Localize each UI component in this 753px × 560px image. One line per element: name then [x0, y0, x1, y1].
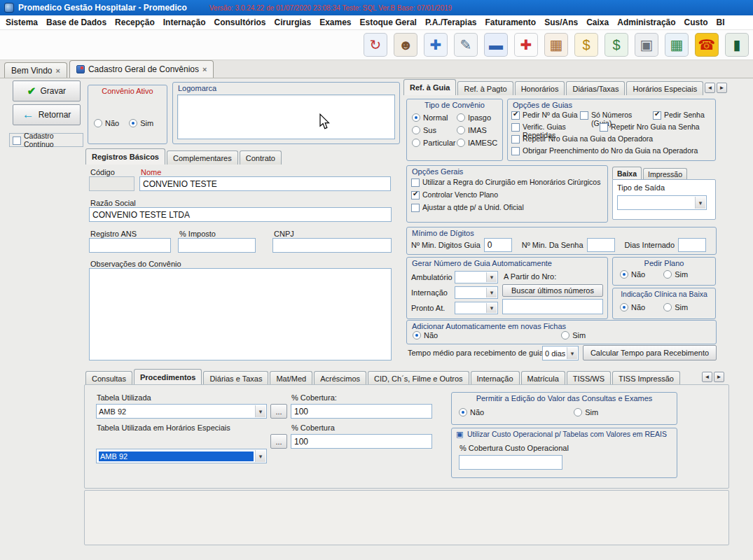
manual-book-icon[interactable]: ▮ [725, 33, 749, 57]
menu-item[interactable]: Sus/Ans [540, 18, 582, 27]
bottom-tab[interactable]: Matrícula [521, 371, 565, 385]
bottom-tab[interactable]: Internação [471, 371, 520, 385]
registro-tab[interactable]: Registros Básicos [85, 148, 165, 164]
return-button[interactable]: ← Retornar [13, 104, 81, 125]
ref-tab[interactable]: Ref. à Pagto [457, 81, 513, 95]
radio-option[interactable]: Sim [129, 119, 153, 127]
tab-scroll-left-button[interactable]: ◄ [705, 83, 715, 93]
bottom-tab[interactable]: Acréscimos [314, 371, 366, 385]
imposto-input[interactable] [178, 238, 256, 253]
radio-option[interactable]: Sim [663, 303, 688, 312]
radio-option[interactable]: IMAS [457, 126, 502, 134]
nome-input[interactable] [139, 176, 391, 191]
cnpj-input[interactable] [272, 238, 392, 253]
tabela-especiais-browse-button[interactable]: ... [270, 434, 287, 449]
baixa-tab[interactable]: Impressão [643, 168, 687, 179]
bottom-tab[interactable]: TISS/WS [567, 371, 611, 385]
menu-item[interactable]: Exames [315, 18, 355, 27]
razao-social-input[interactable] [89, 207, 392, 222]
buscar-ultimos-numeros-button[interactable]: Buscar últimos números [502, 284, 603, 297]
radio-option[interactable]: Particular [412, 139, 457, 147]
tabela-utilizada-combo[interactable]: AMB 92 [96, 404, 267, 419]
bottom-tab[interactable]: TISS Impressão [612, 371, 680, 385]
continuous-registration-checkbox[interactable] [13, 136, 21, 145]
integration-sync-icon[interactable]: ↻ [364, 33, 387, 57]
radio-option[interactable]: Sim [561, 331, 586, 340]
checkbox-option[interactable]: Repetir Nro Guia na Guia da Operadora [511, 134, 712, 146]
baixa-tab[interactable]: Baixa [612, 167, 642, 179]
safe-vault-icon[interactable]: ▣ [635, 33, 658, 57]
checkbox-option[interactable]: Utilizar a Regra do Cirurgião em Honorár… [411, 178, 600, 187]
checkbox-icon[interactable]: ▣ [456, 430, 463, 439]
radio-option[interactable]: Ipasgo [457, 113, 502, 122]
menu-item[interactable]: P.A./Terapias [421, 18, 481, 27]
codigo-input[interactable] [89, 176, 134, 191]
ambulance-icon[interactable]: ✚ [514, 33, 538, 57]
tab-scroll-right-button[interactable]: ► [717, 83, 727, 93]
bottom-tab-scroll-left-button[interactable]: ◄ [702, 372, 712, 382]
tipo-saida-combo[interactable] [617, 195, 707, 210]
checkbox-option[interactable]: Pedir Nº da Guia [511, 111, 580, 122]
registro-tab[interactable]: Contrato [240, 150, 282, 164]
checkbox-option[interactable]: Controlar Vencto Plano [411, 190, 600, 200]
phone-icon[interactable]: ☎ [695, 33, 719, 57]
checkbox-option[interactable]: Pedir Senha [653, 111, 712, 122]
field-input[interactable] [587, 238, 615, 252]
close-icon[interactable]: × [202, 65, 207, 74]
bottom-tab[interactable]: Diárias e Taxas [203, 371, 268, 385]
checkbox-option[interactable]: Só Números (Guia) [580, 111, 653, 122]
calcular-tempo-button[interactable]: Calcular Tempo para Recebimento [583, 345, 717, 360]
radio-option[interactable]: Sim [663, 270, 688, 279]
bottom-tab[interactable]: Procedimentos [134, 369, 202, 385]
reception-people-icon[interactable]: ☻ [394, 33, 417, 57]
checkbox-option[interactable]: Verific. Guias Repetidas [511, 122, 600, 134]
radio-option[interactable]: Sus [412, 126, 457, 134]
doctor-icon[interactable]: ✚ [424, 33, 448, 57]
observacoes-textarea[interactable] [89, 268, 392, 360]
save-button[interactable]: ✔ Gravar [13, 80, 81, 102]
continuous-registration-toggle[interactable]: Cadastro Contínuo [9, 133, 83, 147]
radio-option[interactable]: Normal [412, 113, 457, 122]
menu-item[interactable]: Custo [680, 18, 712, 27]
registro-tab[interactable]: Complementares [167, 150, 238, 164]
tempo-medio-combo[interactable]: 0 dias [542, 346, 579, 360]
registro-ans-input[interactable] [89, 238, 171, 253]
ref-tab[interactable]: Horários Especiais [626, 81, 703, 95]
checkbox-option[interactable]: Ajustar a qtde p/ a Unid. Oficial [411, 203, 600, 212]
bottom-tab-scroll-right-button[interactable]: ► [714, 372, 724, 382]
field-input[interactable] [678, 238, 706, 252]
exams-report-icon[interactable]: ✎ [454, 33, 478, 57]
menu-item[interactable]: Estoque Geral [356, 18, 421, 27]
billing-gold-icon[interactable]: $ [574, 33, 598, 57]
radio-option[interactable]: Não [413, 331, 438, 340]
bottom-tab[interactable]: CID, Ch´s, Filme e Outros [368, 371, 469, 385]
ref-tab[interactable]: Ref. à Guia [403, 79, 456, 95]
custo-cobertura-input[interactable] [459, 455, 562, 470]
menu-item[interactable]: Cirurgias [270, 18, 315, 27]
radio-option[interactable]: IAMESC [457, 139, 502, 147]
bottom-tab[interactable]: Consultas [85, 371, 132, 385]
a-partir-input[interactable] [502, 299, 603, 314]
menu-item[interactable]: Sistema [1, 18, 42, 27]
workspace-tab[interactable]: Cadastro Geral de Convênios × [69, 60, 214, 78]
checkbox-option[interactable]: Obrigar Preenchimento do Nro da Guia na … [511, 146, 712, 158]
field-input[interactable] [484, 238, 512, 252]
auto-number-combo[interactable] [455, 271, 498, 284]
finance-transfer-icon[interactable]: $ [605, 33, 628, 57]
menu-item[interactable]: Faturamento [481, 18, 540, 27]
workspace-tab[interactable]: Bem Vindo × [4, 62, 67, 78]
stock-boxes-icon[interactable]: ▦ [544, 33, 568, 57]
auto-number-combo[interactable] [455, 302, 498, 314]
menu-item[interactable]: Internação [159, 18, 210, 27]
menu-item[interactable]: Caixa [582, 18, 613, 27]
tabela-especiais-combo[interactable]: AMB 92 [96, 449, 267, 463]
ref-tab[interactable]: Diárias/Taxas [566, 81, 625, 95]
radio-option[interactable]: Não [94, 119, 119, 127]
tabela-browse-button[interactable]: ... [270, 404, 287, 419]
hospital-bed-icon[interactable]: ▬ [484, 33, 508, 57]
radio-option[interactable]: Não [620, 270, 645, 279]
schedule-finance-icon[interactable]: ▦ [665, 33, 689, 57]
menu-item[interactable]: Consultórios [209, 18, 270, 27]
menu-item[interactable]: BI [712, 18, 729, 27]
radio-option[interactable]: Não [459, 408, 484, 416]
